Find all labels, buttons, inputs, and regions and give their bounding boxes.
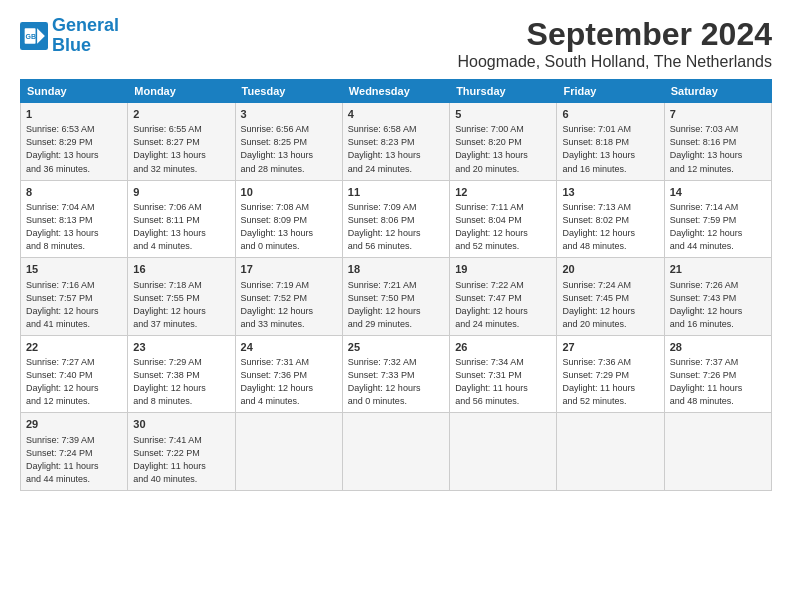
day-number: 22: [26, 340, 122, 355]
day-number: 3: [241, 107, 337, 122]
logo-icon: GB: [20, 22, 48, 50]
day-number: 24: [241, 340, 337, 355]
day-info: Sunrise: 6:53 AMSunset: 8:29 PMDaylight:…: [26, 123, 122, 175]
day-info: Sunrise: 7:03 AMSunset: 8:16 PMDaylight:…: [670, 123, 766, 175]
day-number: 4: [348, 107, 444, 122]
week-row-2: 8Sunrise: 7:04 AMSunset: 8:13 PMDaylight…: [21, 180, 772, 258]
day-cell: 22Sunrise: 7:27 AMSunset: 7:40 PMDayligh…: [21, 335, 128, 413]
logo: GB General Blue: [20, 16, 119, 56]
day-cell: 21Sunrise: 7:26 AMSunset: 7:43 PMDayligh…: [664, 258, 771, 336]
day-cell: 4Sunrise: 6:58 AMSunset: 8:23 PMDaylight…: [342, 103, 449, 181]
day-info: Sunrise: 7:37 AMSunset: 7:26 PMDaylight:…: [670, 356, 766, 408]
week-row-1: 1Sunrise: 6:53 AMSunset: 8:29 PMDaylight…: [21, 103, 772, 181]
day-number: 6: [562, 107, 658, 122]
header-saturday: Saturday: [664, 80, 771, 103]
day-cell: 12Sunrise: 7:11 AMSunset: 8:04 PMDayligh…: [450, 180, 557, 258]
day-cell: 20Sunrise: 7:24 AMSunset: 7:45 PMDayligh…: [557, 258, 664, 336]
day-number: 28: [670, 340, 766, 355]
day-info: Sunrise: 7:36 AMSunset: 7:29 PMDaylight:…: [562, 356, 658, 408]
day-cell: 27Sunrise: 7:36 AMSunset: 7:29 PMDayligh…: [557, 335, 664, 413]
day-cell: [450, 413, 557, 491]
day-info: Sunrise: 7:26 AMSunset: 7:43 PMDaylight:…: [670, 279, 766, 331]
day-info: Sunrise: 7:13 AMSunset: 8:02 PMDaylight:…: [562, 201, 658, 253]
day-info: Sunrise: 7:06 AMSunset: 8:11 PMDaylight:…: [133, 201, 229, 253]
day-info: Sunrise: 7:29 AMSunset: 7:38 PMDaylight:…: [133, 356, 229, 408]
day-cell: 30Sunrise: 7:41 AMSunset: 7:22 PMDayligh…: [128, 413, 235, 491]
day-cell: 18Sunrise: 7:21 AMSunset: 7:50 PMDayligh…: [342, 258, 449, 336]
header: GB General Blue September 2024 Hoogmade,…: [20, 16, 772, 71]
logo-line1: General: [52, 15, 119, 35]
day-cell: [557, 413, 664, 491]
header-tuesday: Tuesday: [235, 80, 342, 103]
day-number: 25: [348, 340, 444, 355]
title-block: September 2024 Hoogmade, South Holland, …: [457, 16, 772, 71]
day-info: Sunrise: 7:08 AMSunset: 8:09 PMDaylight:…: [241, 201, 337, 253]
day-number: 17: [241, 262, 337, 277]
day-number: 20: [562, 262, 658, 277]
day-cell: 3Sunrise: 6:56 AMSunset: 8:25 PMDaylight…: [235, 103, 342, 181]
header-friday: Friday: [557, 80, 664, 103]
day-info: Sunrise: 6:55 AMSunset: 8:27 PMDaylight:…: [133, 123, 229, 175]
day-info: Sunrise: 7:31 AMSunset: 7:36 PMDaylight:…: [241, 356, 337, 408]
header-thursday: Thursday: [450, 80, 557, 103]
day-info: Sunrise: 7:21 AMSunset: 7:50 PMDaylight:…: [348, 279, 444, 331]
day-cell: 25Sunrise: 7:32 AMSunset: 7:33 PMDayligh…: [342, 335, 449, 413]
day-info: Sunrise: 7:16 AMSunset: 7:57 PMDaylight:…: [26, 279, 122, 331]
day-number: 8: [26, 185, 122, 200]
page: GB General Blue September 2024 Hoogmade,…: [0, 0, 792, 612]
day-number: 27: [562, 340, 658, 355]
day-info: Sunrise: 7:19 AMSunset: 7:52 PMDaylight:…: [241, 279, 337, 331]
day-info: Sunrise: 7:04 AMSunset: 8:13 PMDaylight:…: [26, 201, 122, 253]
day-info: Sunrise: 7:22 AMSunset: 7:47 PMDaylight:…: [455, 279, 551, 331]
day-cell: 29Sunrise: 7:39 AMSunset: 7:24 PMDayligh…: [21, 413, 128, 491]
day-info: Sunrise: 6:56 AMSunset: 8:25 PMDaylight:…: [241, 123, 337, 175]
calendar-header-row: Sunday Monday Tuesday Wednesday Thursday…: [21, 80, 772, 103]
day-cell: 10Sunrise: 7:08 AMSunset: 8:09 PMDayligh…: [235, 180, 342, 258]
day-cell: [664, 413, 771, 491]
day-info: Sunrise: 7:01 AMSunset: 8:18 PMDaylight:…: [562, 123, 658, 175]
day-number: 1: [26, 107, 122, 122]
day-number: 29: [26, 417, 122, 432]
calendar-subtitle: Hoogmade, South Holland, The Netherlands: [457, 53, 772, 71]
day-info: Sunrise: 7:24 AMSunset: 7:45 PMDaylight:…: [562, 279, 658, 331]
day-number: 18: [348, 262, 444, 277]
day-number: 13: [562, 185, 658, 200]
day-cell: 8Sunrise: 7:04 AMSunset: 8:13 PMDaylight…: [21, 180, 128, 258]
day-number: 19: [455, 262, 551, 277]
day-number: 2: [133, 107, 229, 122]
header-sunday: Sunday: [21, 80, 128, 103]
day-cell: 17Sunrise: 7:19 AMSunset: 7:52 PMDayligh…: [235, 258, 342, 336]
day-cell: 2Sunrise: 6:55 AMSunset: 8:27 PMDaylight…: [128, 103, 235, 181]
day-info: Sunrise: 7:11 AMSunset: 8:04 PMDaylight:…: [455, 201, 551, 253]
calendar-title: September 2024: [457, 16, 772, 53]
day-cell: 13Sunrise: 7:13 AMSunset: 8:02 PMDayligh…: [557, 180, 664, 258]
day-cell: 16Sunrise: 7:18 AMSunset: 7:55 PMDayligh…: [128, 258, 235, 336]
day-cell: 26Sunrise: 7:34 AMSunset: 7:31 PMDayligh…: [450, 335, 557, 413]
week-row-5: 29Sunrise: 7:39 AMSunset: 7:24 PMDayligh…: [21, 413, 772, 491]
header-monday: Monday: [128, 80, 235, 103]
day-info: Sunrise: 7:32 AMSunset: 7:33 PMDaylight:…: [348, 356, 444, 408]
day-number: 10: [241, 185, 337, 200]
day-info: Sunrise: 7:27 AMSunset: 7:40 PMDaylight:…: [26, 356, 122, 408]
week-row-4: 22Sunrise: 7:27 AMSunset: 7:40 PMDayligh…: [21, 335, 772, 413]
day-cell: 14Sunrise: 7:14 AMSunset: 7:59 PMDayligh…: [664, 180, 771, 258]
day-cell: 5Sunrise: 7:00 AMSunset: 8:20 PMDaylight…: [450, 103, 557, 181]
calendar-table: Sunday Monday Tuesday Wednesday Thursday…: [20, 79, 772, 491]
day-info: Sunrise: 7:41 AMSunset: 7:22 PMDaylight:…: [133, 434, 229, 486]
day-cell: 7Sunrise: 7:03 AMSunset: 8:16 PMDaylight…: [664, 103, 771, 181]
header-wednesday: Wednesday: [342, 80, 449, 103]
day-cell: [235, 413, 342, 491]
day-number: 11: [348, 185, 444, 200]
week-row-3: 15Sunrise: 7:16 AMSunset: 7:57 PMDayligh…: [21, 258, 772, 336]
day-info: Sunrise: 7:39 AMSunset: 7:24 PMDaylight:…: [26, 434, 122, 486]
day-number: 30: [133, 417, 229, 432]
day-number: 7: [670, 107, 766, 122]
day-info: Sunrise: 6:58 AMSunset: 8:23 PMDaylight:…: [348, 123, 444, 175]
day-number: 14: [670, 185, 766, 200]
day-number: 23: [133, 340, 229, 355]
day-cell: 23Sunrise: 7:29 AMSunset: 7:38 PMDayligh…: [128, 335, 235, 413]
day-info: Sunrise: 7:34 AMSunset: 7:31 PMDaylight:…: [455, 356, 551, 408]
day-number: 21: [670, 262, 766, 277]
day-info: Sunrise: 7:00 AMSunset: 8:20 PMDaylight:…: [455, 123, 551, 175]
day-cell: [342, 413, 449, 491]
